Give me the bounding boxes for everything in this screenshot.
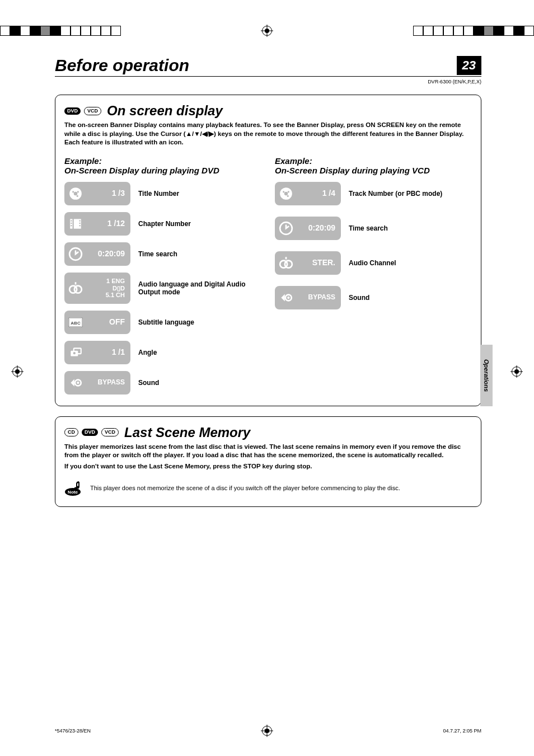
- osd-item-chapter: 1 /12 Chapter Number: [64, 212, 261, 236]
- cd-badge: CD: [64, 428, 78, 436]
- section-title: Before operation: [55, 56, 189, 75]
- osd-value: OFF: [87, 318, 127, 326]
- osd-item-track: 1 /4 Track Number (or PBC mode): [275, 182, 472, 205]
- osd-value: STER.: [297, 259, 338, 267]
- audio-icon: [278, 255, 294, 271]
- svg-point-15: [74, 285, 82, 293]
- vcd-example-column: Example: On-Screen Display during playin…: [275, 156, 472, 395]
- svg-point-26: [283, 191, 284, 192]
- svg-point-23: [77, 381, 79, 383]
- osd-desc: Track Number (or PBC mode): [349, 190, 442, 198]
- example-label: Example:: [64, 156, 261, 166]
- film-icon: [68, 216, 83, 232]
- osd-item-title: 1 /3 Title Number: [64, 182, 261, 205]
- register-mark-top: [262, 26, 272, 36]
- disc-icon: [68, 186, 83, 201]
- svg-text:ABC: ABC: [71, 321, 81, 326]
- register-mark-right: [512, 367, 522, 377]
- osd-item-sound: BYPASS Sound: [64, 371, 261, 395]
- osd-value: 0:20:09: [87, 250, 127, 258]
- panel-title: On screen display: [107, 103, 223, 119]
- svg-point-3: [77, 191, 79, 192]
- subtitle-icon: ABC: [68, 314, 83, 330]
- svg-rect-8: [71, 222, 72, 223]
- last-scene-memory-panel: CD DVD VCD Last Scene Memory This player…: [55, 416, 481, 508]
- side-tab-operations: Operations: [480, 345, 493, 406]
- osd-value: 1 /4: [297, 189, 338, 198]
- footer-right: 04.7.27, 2:05 PM: [443, 728, 481, 734]
- osd-value: 1 /12: [87, 219, 127, 228]
- osd-desc: Time search: [138, 250, 177, 258]
- osd-item-audiochannel: STER. Audio Channel: [275, 251, 472, 275]
- sound-icon: [278, 290, 294, 306]
- audio-icon: [68, 280, 83, 296]
- osd-value: 1 ENG D▯D 5.1 CH: [87, 278, 127, 298]
- osd-item-angle: 1 /1 Angle: [64, 341, 261, 364]
- register-mark-bottom: [262, 726, 272, 736]
- clock-icon: [278, 220, 294, 236]
- osd-value: 1 /3: [87, 189, 127, 198]
- page-header: Before operation 23: [55, 56, 481, 77]
- svg-point-21: [73, 351, 76, 354]
- svg-point-31: [285, 260, 292, 267]
- dvd-example-column: Example: On-Screen Display during playin…: [64, 156, 261, 395]
- osd-desc: Audio Channel: [349, 259, 396, 267]
- dvd-badge: DVD: [82, 429, 98, 436]
- osd-desc: Angle: [138, 349, 157, 356]
- vcd-badge: VCD: [84, 107, 101, 115]
- svg-rect-11: [79, 222, 81, 223]
- example-subtitle: On-Screen Display during playing VCD: [275, 166, 472, 175]
- svg-point-33: [287, 296, 289, 298]
- svg-point-28: [287, 195, 289, 196]
- osd-desc: Subtitle language: [138, 318, 194, 326]
- svg-point-27: [288, 191, 289, 192]
- svg-point-37: [77, 486, 79, 489]
- dvd-badge: DVD: [64, 107, 81, 115]
- osd-desc: Sound: [349, 294, 369, 302]
- svg-point-25: [284, 191, 288, 195]
- svg-point-1: [74, 191, 78, 195]
- panel-description: The on-screen Banner Display contains ma…: [64, 121, 472, 147]
- osd-desc: Sound: [138, 379, 159, 387]
- osd-value: 0:20:09: [297, 224, 338, 232]
- clock-icon: [68, 246, 83, 262]
- panel-description-2: If you don't want to use the Last Scene …: [64, 462, 472, 471]
- panel-description: This player memorizes last scene from th…: [64, 443, 472, 460]
- register-mark-left: [12, 367, 22, 377]
- osd-value: BYPASS: [297, 294, 338, 301]
- panel-title: Last Scene Memory: [124, 425, 250, 440]
- svg-rect-10: [79, 220, 81, 221]
- angle-icon: [68, 345, 83, 360]
- osd-desc: Chapter Number: [138, 220, 191, 228]
- svg-rect-12: [79, 225, 81, 226]
- crop-marks-top: [0, 22, 534, 39]
- svg-point-4: [77, 195, 78, 196]
- svg-rect-9: [71, 225, 72, 226]
- note-icon: Note: [64, 481, 82, 495]
- vcd-badge: VCD: [101, 428, 119, 436]
- svg-text:Note: Note: [68, 490, 78, 495]
- osd-value: BYPASS: [87, 379, 127, 386]
- model-id: DVR-6300 (EN/K,P,E,X): [55, 79, 481, 84]
- page-number: 23: [457, 56, 481, 75]
- note-text: This player does not memorize the scene …: [90, 485, 400, 491]
- example-subtitle: On-Screen Display during playing DVD: [64, 166, 261, 175]
- osd-item-sound: BYPASS Sound: [275, 286, 472, 309]
- osd-desc: Title Number: [138, 190, 179, 198]
- svg-point-2: [72, 191, 74, 192]
- on-screen-display-panel: DVD VCD On screen display The on-screen …: [55, 95, 481, 406]
- osd-item-timesearch: 0:20:09 Time search: [275, 217, 472, 240]
- footer-left: *5476/23-28/EN: [55, 728, 91, 734]
- disc-icon: [278, 186, 294, 201]
- osd-value: 1 /1: [87, 348, 127, 356]
- note-row: Note This player does not memorize the s…: [64, 481, 472, 495]
- sound-icon: [68, 375, 83, 391]
- osd-item-timesearch: 0:20:09 Time search: [64, 242, 261, 266]
- osd-item-subtitle: ABC OFF Subtitle language: [64, 311, 261, 334]
- osd-item-audio: 1 ENG D▯D 5.1 CH Audio language and Digi…: [64, 273, 261, 304]
- osd-desc: Audio language and Digital Audio Output …: [138, 280, 261, 296]
- svg-rect-7: [71, 220, 72, 221]
- example-label: Example:: [275, 156, 472, 166]
- osd-desc: Time search: [349, 224, 388, 232]
